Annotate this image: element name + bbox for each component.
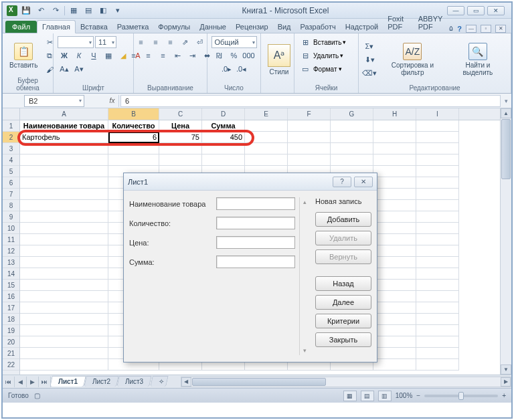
- close-button[interactable]: ✕: [487, 6, 505, 15]
- clear-icon[interactable]: ⌫▾: [363, 67, 376, 79]
- bold-button[interactable]: Ж: [58, 49, 71, 62]
- col-F[interactable]: F: [288, 108, 331, 120]
- doc-close-button[interactable]: ✕: [495, 25, 506, 33]
- sheet-nav-first-icon[interactable]: ⏮: [3, 377, 15, 387]
- row-header[interactable]: 5: [3, 166, 19, 177]
- form-add-button[interactable]: Добавить: [315, 212, 371, 227]
- fx-button[interactable]: fx: [106, 95, 119, 107]
- col-D[interactable]: D: [202, 108, 245, 120]
- scroll-thumb[interactable]: [501, 119, 511, 179]
- delete-cells-icon[interactable]: ⊟: [298, 49, 312, 62]
- sort-filter-button[interactable]: A/Z Сортировка и фильтр: [379, 41, 446, 78]
- cell-C1[interactable]: Цена: [159, 120, 202, 132]
- scroll-down-icon[interactable]: ▼: [501, 364, 511, 375]
- tab-data[interactable]: Данные: [195, 21, 231, 33]
- border-button[interactable]: ▦: [102, 49, 115, 62]
- row-header[interactable]: 22: [3, 359, 19, 371]
- comma-icon[interactable]: 000: [242, 49, 256, 62]
- row-header[interactable]: 9: [3, 211, 19, 223]
- ribbon-minimize-icon[interactable]: ۵: [449, 24, 453, 33]
- qat-btn[interactable]: ◧: [97, 5, 109, 17]
- name-box[interactable]: B2: [24, 95, 84, 107]
- row-header[interactable]: 19: [3, 325, 19, 336]
- qat-save-icon[interactable]: 💾: [20, 5, 32, 17]
- sheet-tab-2[interactable]: Лист2: [84, 376, 119, 387]
- row-header[interactable]: 21: [3, 348, 19, 359]
- increase-font-icon[interactable]: A▴: [58, 63, 71, 75]
- wrap-text-icon[interactable]: ⏎: [193, 36, 207, 48]
- cell-A1[interactable]: Наименование товара: [20, 120, 108, 132]
- col-I[interactable]: I: [416, 108, 459, 120]
- row-header[interactable]: 4: [3, 154, 19, 166]
- view-pagebreak-icon[interactable]: ▥: [378, 391, 392, 401]
- qat-btn[interactable]: ▦: [68, 5, 80, 17]
- indent-decrease-icon[interactable]: ⇤: [171, 49, 185, 62]
- paste-button[interactable]: 📋 Вставить: [7, 41, 40, 70]
- zoom-out-button[interactable]: −: [416, 392, 420, 399]
- form-input-sum[interactable]: [216, 255, 295, 268]
- form-next-button[interactable]: Далее: [315, 295, 371, 310]
- row-header[interactable]: 11: [3, 234, 19, 245]
- tab-layout[interactable]: Разметка: [112, 21, 154, 33]
- sheet-tab-3[interactable]: Лист3: [117, 376, 153, 387]
- align-left-icon[interactable]: ≡: [127, 49, 141, 62]
- row-header[interactable]: 13: [3, 257, 19, 268]
- macro-record-icon[interactable]: ▢: [34, 392, 40, 399]
- tab-review[interactable]: Рецензир: [231, 21, 273, 33]
- format-cells-button[interactable]: Формат: [313, 66, 337, 73]
- row-header[interactable]: 20: [3, 336, 19, 348]
- sheet-nav-last-icon[interactable]: ⏭: [39, 377, 51, 387]
- row-header[interactable]: 6: [3, 177, 19, 189]
- cell-B2[interactable]: 6: [108, 132, 159, 143]
- new-sheet-button[interactable]: ✧: [150, 376, 168, 387]
- col-E[interactable]: E: [245, 108, 288, 120]
- file-tab[interactable]: Файл: [5, 21, 37, 33]
- row-header[interactable]: 2: [3, 132, 19, 143]
- insert-cells-button[interactable]: Вставить: [313, 39, 341, 46]
- tab-home[interactable]: Главная: [37, 20, 76, 33]
- minimize-button[interactable]: —: [447, 6, 464, 15]
- tab-insert[interactable]: Вставка: [76, 21, 112, 33]
- insert-cells-icon[interactable]: ⊞: [298, 36, 312, 48]
- align-center-icon[interactable]: ≡: [142, 49, 155, 62]
- percent-icon[interactable]: %: [228, 49, 241, 62]
- form-close-button[interactable]: Закрыть: [315, 332, 371, 347]
- tab-developer[interactable]: Разработч: [296, 21, 341, 33]
- currency-icon[interactable]: ₪: [213, 49, 226, 62]
- tab-formulas[interactable]: Формулы: [153, 21, 195, 33]
- tab-abbyy[interactable]: ABBYY PDF: [414, 13, 450, 33]
- form-input-price[interactable]: [216, 236, 295, 249]
- form-input-qty[interactable]: [216, 217, 295, 229]
- hscroll-thumb[interactable]: [192, 378, 326, 386]
- scroll-left-icon[interactable]: ◀: [181, 377, 191, 387]
- scroll-right-icon[interactable]: ▶: [501, 377, 511, 387]
- view-normal-icon[interactable]: ▦: [343, 391, 357, 401]
- format-cells-icon[interactable]: ▭: [298, 63, 312, 75]
- dialog-title-bar[interactable]: Лист1 ? ✕: [124, 173, 377, 191]
- row-header[interactable]: 15: [3, 280, 19, 291]
- col-C[interactable]: C: [159, 108, 202, 120]
- formula-expand-icon[interactable]: ▾: [501, 98, 511, 104]
- qat-btn[interactable]: ▤: [82, 5, 94, 17]
- decrease-decimal-icon[interactable]: .0◂: [235, 63, 248, 75]
- qat-redo-icon[interactable]: ↷: [50, 5, 62, 17]
- row-header[interactable]: 3: [3, 143, 19, 154]
- dialog-close-button[interactable]: ✕: [354, 177, 373, 187]
- underline-button[interactable]: Ч: [87, 49, 100, 62]
- doc-minimize-button[interactable]: —: [466, 25, 477, 33]
- maximize-button[interactable]: ▭: [467, 6, 485, 15]
- decrease-font-icon[interactable]: A▾: [72, 63, 86, 75]
- cell-C2[interactable]: 75: [159, 132, 202, 143]
- delete-cells-button[interactable]: Удалить: [313, 52, 339, 60]
- row-header[interactable]: 18: [3, 314, 19, 325]
- row-header[interactable]: 8: [3, 200, 19, 211]
- indent-increase-icon[interactable]: ⇥: [186, 49, 199, 62]
- qat-more-icon[interactable]: ▾: [112, 5, 124, 17]
- zoom-in-button[interactable]: +: [502, 392, 506, 399]
- formula-input[interactable]: 6: [120, 95, 501, 107]
- vertical-scrollbar[interactable]: ▲ ▼: [500, 108, 511, 375]
- autosum-icon[interactable]: Σ▾: [363, 40, 376, 52]
- find-select-button[interactable]: 🔍 Найти и выделить: [449, 41, 507, 78]
- form-back-button[interactable]: Назад: [315, 276, 371, 291]
- col-B[interactable]: B: [108, 108, 159, 120]
